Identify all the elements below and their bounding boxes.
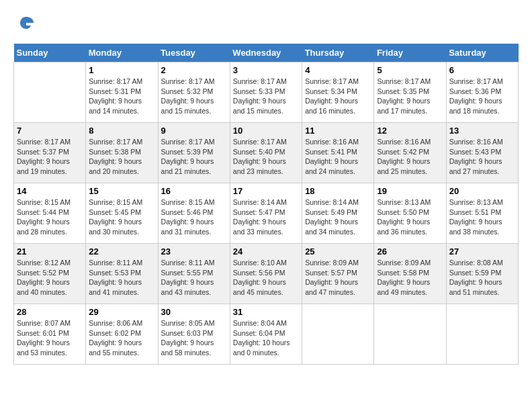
logo-icon bbox=[16, 13, 36, 34]
day-number: 9 bbox=[161, 126, 227, 136]
calendar-cell: 18Sunrise: 8:14 AMSunset: 5:49 PMDayligh… bbox=[302, 183, 374, 244]
calendar-cell: 14Sunrise: 8:15 AMSunset: 5:44 PMDayligh… bbox=[14, 183, 86, 244]
day-info: Sunrise: 8:17 AMSunset: 5:38 PMDaylight:… bbox=[89, 137, 154, 177]
day-info: Sunrise: 8:04 AMSunset: 6:04 PMDaylight:… bbox=[233, 318, 299, 358]
day-info: Sunrise: 8:14 AMSunset: 5:47 PMDaylight:… bbox=[233, 197, 299, 237]
day-info: Sunrise: 8:06 AMSunset: 6:02 PMDaylight:… bbox=[89, 318, 154, 358]
day-info: Sunrise: 8:17 AMSunset: 5:32 PMDaylight:… bbox=[161, 77, 227, 116]
day-number: 18 bbox=[305, 186, 371, 196]
calendar-cell: 10Sunrise: 8:17 AMSunset: 5:40 PMDayligh… bbox=[230, 123, 302, 183]
day-number: 22 bbox=[89, 246, 154, 257]
day-info: Sunrise: 8:13 AMSunset: 5:50 PMDaylight:… bbox=[377, 197, 443, 237]
calendar-cell: 12Sunrise: 8:16 AMSunset: 5:42 PMDayligh… bbox=[374, 123, 446, 183]
calendar-week-row: 1Sunrise: 8:17 AMSunset: 5:31 PMDaylight… bbox=[14, 62, 519, 123]
day-number: 29 bbox=[89, 307, 154, 317]
day-number: 1 bbox=[89, 65, 154, 75]
calendar-cell: 29Sunrise: 8:06 AMSunset: 6:02 PMDayligh… bbox=[86, 304, 158, 365]
day-number: 6 bbox=[449, 65, 515, 75]
day-info: Sunrise: 8:15 AMSunset: 5:46 PMDaylight:… bbox=[161, 197, 227, 237]
calendar-cell: 28Sunrise: 8:07 AMSunset: 6:01 PMDayligh… bbox=[14, 304, 86, 365]
day-number: 8 bbox=[89, 126, 154, 136]
calendar-table: SundayMondayTuesdayWednesdayThursdayFrid… bbox=[13, 44, 519, 365]
weekday-header-sunday: Sunday bbox=[14, 44, 86, 62]
day-info: Sunrise: 8:14 AMSunset: 5:49 PMDaylight:… bbox=[305, 197, 371, 237]
day-number: 3 bbox=[233, 65, 299, 75]
day-number: 7 bbox=[17, 126, 83, 136]
calendar-week-row: 7Sunrise: 8:17 AMSunset: 5:37 PMDaylight… bbox=[14, 123, 519, 183]
weekday-header-tuesday: Tuesday bbox=[158, 44, 230, 62]
calendar-cell: 15Sunrise: 8:15 AMSunset: 5:45 PMDayligh… bbox=[86, 183, 158, 244]
day-info: Sunrise: 8:11 AMSunset: 5:53 PMDaylight:… bbox=[89, 258, 154, 298]
calendar-cell: 11Sunrise: 8:16 AMSunset: 5:41 PMDayligh… bbox=[302, 123, 374, 183]
day-number: 2 bbox=[161, 65, 227, 75]
day-number: 26 bbox=[377, 246, 443, 257]
day-number: 21 bbox=[17, 246, 83, 257]
calendar-cell: 25Sunrise: 8:09 AMSunset: 5:57 PMDayligh… bbox=[302, 244, 374, 304]
calendar-cell: 20Sunrise: 8:13 AMSunset: 5:51 PMDayligh… bbox=[446, 183, 518, 244]
logo bbox=[13, 13, 36, 37]
day-info: Sunrise: 8:08 AMSunset: 5:59 PMDaylight:… bbox=[449, 258, 515, 298]
day-number: 24 bbox=[233, 246, 299, 257]
calendar-cell: 2Sunrise: 8:17 AMSunset: 5:32 PMDaylight… bbox=[158, 62, 230, 123]
day-number: 27 bbox=[449, 246, 515, 257]
day-info: Sunrise: 8:17 AMSunset: 5:37 PMDaylight:… bbox=[17, 137, 83, 177]
weekday-header-friday: Friday bbox=[374, 44, 446, 62]
day-info: Sunrise: 8:17 AMSunset: 5:39 PMDaylight:… bbox=[161, 137, 227, 177]
calendar-cell: 30Sunrise: 8:05 AMSunset: 6:03 PMDayligh… bbox=[158, 304, 230, 365]
day-info: Sunrise: 8:11 AMSunset: 5:55 PMDaylight:… bbox=[161, 258, 227, 298]
calendar-cell: 4Sunrise: 8:17 AMSunset: 5:34 PMDaylight… bbox=[302, 62, 374, 123]
calendar-cell: 13Sunrise: 8:16 AMSunset: 5:43 PMDayligh… bbox=[446, 123, 518, 183]
calendar-cell: 23Sunrise: 8:11 AMSunset: 5:55 PMDayligh… bbox=[158, 244, 230, 304]
day-info: Sunrise: 8:17 AMSunset: 5:36 PMDaylight:… bbox=[449, 77, 515, 116]
day-info: Sunrise: 8:13 AMSunset: 5:51 PMDaylight:… bbox=[449, 197, 515, 237]
calendar-cell: 26Sunrise: 8:09 AMSunset: 5:58 PMDayligh… bbox=[374, 244, 446, 304]
page-header bbox=[13, 13, 519, 37]
day-info: Sunrise: 8:07 AMSunset: 6:01 PMDaylight:… bbox=[17, 318, 83, 358]
weekday-header-saturday: Saturday bbox=[446, 44, 518, 62]
day-info: Sunrise: 8:15 AMSunset: 5:44 PMDaylight:… bbox=[17, 197, 83, 237]
calendar-week-row: 28Sunrise: 8:07 AMSunset: 6:01 PMDayligh… bbox=[14, 304, 519, 365]
calendar-cell: 8Sunrise: 8:17 AMSunset: 5:38 PMDaylight… bbox=[86, 123, 158, 183]
day-info: Sunrise: 8:12 AMSunset: 5:52 PMDaylight:… bbox=[17, 258, 83, 298]
day-number: 12 bbox=[377, 126, 443, 136]
day-number: 19 bbox=[377, 186, 443, 196]
day-info: Sunrise: 8:17 AMSunset: 5:34 PMDaylight:… bbox=[305, 77, 371, 116]
weekday-header-thursday: Thursday bbox=[302, 44, 374, 62]
calendar-cell: 16Sunrise: 8:15 AMSunset: 5:46 PMDayligh… bbox=[158, 183, 230, 244]
day-info: Sunrise: 8:09 AMSunset: 5:58 PMDaylight:… bbox=[377, 258, 443, 298]
day-info: Sunrise: 8:15 AMSunset: 5:45 PMDaylight:… bbox=[89, 197, 154, 237]
calendar-cell bbox=[302, 304, 374, 365]
day-info: Sunrise: 8:05 AMSunset: 6:03 PMDaylight:… bbox=[161, 318, 227, 358]
day-info: Sunrise: 8:17 AMSunset: 5:35 PMDaylight:… bbox=[377, 77, 443, 116]
day-number: 30 bbox=[161, 307, 227, 317]
calendar-cell: 6Sunrise: 8:17 AMSunset: 5:36 PMDaylight… bbox=[446, 62, 518, 123]
calendar-cell: 9Sunrise: 8:17 AMSunset: 5:39 PMDaylight… bbox=[158, 123, 230, 183]
calendar-cell: 19Sunrise: 8:13 AMSunset: 5:50 PMDayligh… bbox=[374, 183, 446, 244]
calendar-cell: 24Sunrise: 8:10 AMSunset: 5:56 PMDayligh… bbox=[230, 244, 302, 304]
day-info: Sunrise: 8:16 AMSunset: 5:43 PMDaylight:… bbox=[449, 137, 515, 177]
day-number: 4 bbox=[305, 65, 371, 75]
day-info: Sunrise: 8:16 AMSunset: 5:41 PMDaylight:… bbox=[305, 137, 371, 177]
day-info: Sunrise: 8:16 AMSunset: 5:42 PMDaylight:… bbox=[377, 137, 443, 177]
calendar-cell bbox=[374, 304, 446, 365]
day-number: 13 bbox=[449, 126, 515, 136]
day-info: Sunrise: 8:09 AMSunset: 5:57 PMDaylight:… bbox=[305, 258, 371, 298]
calendar-cell: 22Sunrise: 8:11 AMSunset: 5:53 PMDayligh… bbox=[86, 244, 158, 304]
day-number: 31 bbox=[233, 307, 299, 317]
calendar-cell bbox=[14, 62, 86, 123]
calendar-week-row: 14Sunrise: 8:15 AMSunset: 5:44 PMDayligh… bbox=[14, 183, 519, 244]
calendar-cell: 21Sunrise: 8:12 AMSunset: 5:52 PMDayligh… bbox=[14, 244, 86, 304]
day-number: 17 bbox=[233, 186, 299, 196]
day-number: 5 bbox=[377, 65, 443, 75]
weekday-header-monday: Monday bbox=[86, 44, 158, 62]
day-number: 15 bbox=[89, 186, 154, 196]
day-number: 10 bbox=[233, 126, 299, 136]
day-info: Sunrise: 8:17 AMSunset: 5:31 PMDaylight:… bbox=[89, 77, 154, 116]
day-number: 20 bbox=[449, 186, 515, 196]
calendar-cell: 31Sunrise: 8:04 AMSunset: 6:04 PMDayligh… bbox=[230, 304, 302, 365]
calendar-cell: 3Sunrise: 8:17 AMSunset: 5:33 PMDaylight… bbox=[230, 62, 302, 123]
day-number: 23 bbox=[161, 246, 227, 257]
day-number: 25 bbox=[305, 246, 371, 257]
day-number: 11 bbox=[305, 126, 371, 136]
calendar-cell: 7Sunrise: 8:17 AMSunset: 5:37 PMDaylight… bbox=[14, 123, 86, 183]
